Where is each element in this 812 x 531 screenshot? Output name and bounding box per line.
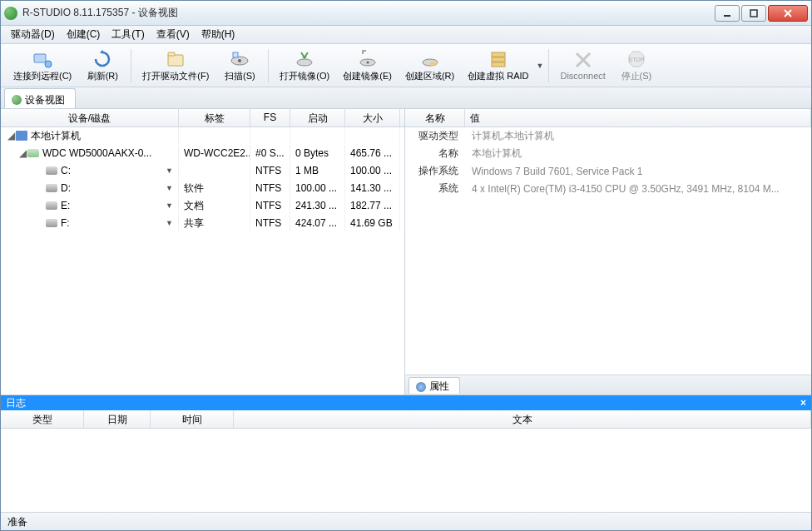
prop-row-system[interactable]: 系统 4 x Intel(R) Core(TM) i3-4150 CPU @ 3…: [405, 180, 811, 197]
svg-rect-7: [168, 52, 175, 56]
chevron-down-icon[interactable]: ▼: [166, 184, 173, 192]
header-log-date[interactable]: 日期: [84, 410, 151, 428]
create-region-button[interactable]: 创建区域(R): [399, 47, 460, 85]
minimize-button[interactable]: [715, 5, 740, 22]
scan-button[interactable]: 扫描(S): [216, 47, 263, 85]
header-fs[interactable]: FS: [250, 109, 290, 127]
header-label[interactable]: 标签: [179, 109, 250, 127]
svg-rect-17: [492, 62, 505, 67]
main-tab-strip: 设备视图: [1, 87, 811, 109]
header-log-text[interactable]: 文本: [234, 410, 811, 428]
header-prop-name[interactable]: 名称: [405, 109, 465, 127]
properties-header: 名称 值: [405, 109, 811, 127]
tree-row-computer[interactable]: ◢本地计算机: [1, 127, 404, 145]
collapse-icon[interactable]: ◢: [17, 147, 27, 159]
svg-point-5: [45, 61, 52, 67]
menubar: 驱动器(D) 创建(C) 工具(T) 查看(V) 帮助(H): [1, 26, 811, 44]
header-device[interactable]: 设备/磁盘: [1, 109, 179, 127]
disconnect-button[interactable]: Disconnect: [554, 47, 611, 85]
menu-view[interactable]: 查看(V): [151, 26, 195, 43]
svg-rect-1: [750, 10, 757, 17]
chevron-down-icon[interactable]: ▼: [166, 166, 173, 175]
tab-properties[interactable]: 属性: [408, 377, 460, 394]
disconnect-icon: [573, 50, 593, 70]
log-panel: 日志 × 类型 日期 时间 文本: [1, 395, 811, 512]
chevron-down-icon[interactable]: ▼: [166, 219, 173, 227]
open-drive-files-button[interactable]: 打开驱动文件(F): [136, 47, 215, 85]
tree-row-e[interactable]: E:▼ 文档 NTFS 241.30 ... 182.77 ...: [1, 197, 404, 215]
properties-panel: 名称 值 驱动类型 计算机,本地计算机 名称 本地计算机 操作系统 Window…: [405, 109, 811, 395]
chevron-down-icon[interactable]: ▼: [166, 201, 173, 210]
log-titlebar: 日志 ×: [1, 395, 811, 410]
svg-text:STOP: STOP: [628, 57, 644, 62]
raid-dropdown-icon[interactable]: ▼: [537, 62, 544, 70]
computer-icon: [16, 131, 27, 141]
properties-body[interactable]: 驱动类型 计算机,本地计算机 名称 本地计算机 操作系统 Windows 7 B…: [405, 127, 811, 375]
log-close-icon[interactable]: ×: [800, 397, 806, 409]
close-button[interactable]: [768, 5, 808, 22]
header-start[interactable]: 启动: [290, 109, 345, 127]
header-prop-value[interactable]: 值: [465, 109, 811, 127]
tab-device-view[interactable]: 设备视图: [4, 88, 76, 108]
tree-row-f[interactable]: F:▼ 共享 NTFS 424.07 ... 41.69 GB: [1, 215, 404, 232]
svg-point-11: [297, 59, 312, 66]
open-image-button[interactable]: 打开镜像(O): [274, 47, 335, 85]
svg-rect-16: [492, 57, 505, 62]
header-log-time[interactable]: 时间: [151, 410, 234, 428]
raid-icon: [488, 49, 508, 69]
menu-create[interactable]: 创建(C): [62, 26, 106, 43]
volume-icon: [46, 184, 57, 192]
svg-point-9: [238, 59, 241, 62]
header-log-type[interactable]: 类型: [1, 410, 84, 428]
create-image-button[interactable]: 创建镜像(E): [337, 47, 398, 85]
connect-remote-button[interactable]: 连接到远程(C): [7, 47, 77, 85]
connect-icon: [32, 49, 52, 69]
main-area: 设备/磁盘 标签 FS 启动 大小 ◢本地计算机 ◢WDC WD5000AAKX…: [1, 109, 811, 512]
hdd-icon: [27, 149, 39, 157]
volume-icon: [46, 219, 57, 227]
toolbar: 连接到远程(C) 刷新(R) 打开驱动文件(F) 扫描(S) 打开镜像(O) 创…: [1, 44, 811, 87]
refresh-button[interactable]: 刷新(R): [79, 47, 126, 85]
app-icon: [4, 7, 17, 20]
log-header: 类型 日期 时间 文本: [1, 410, 811, 429]
stop-button[interactable]: STOP 停止(S): [613, 47, 660, 85]
statusbar: 准备: [1, 512, 811, 530]
log-title-text: 日志: [6, 396, 26, 410]
properties-tab-strip: 属性: [405, 375, 811, 395]
separator: [131, 49, 131, 82]
tree-row-c[interactable]: C:▼ NTFS 1 MB 100.00 ...: [1, 162, 404, 180]
top-panels: 设备/磁盘 标签 FS 启动 大小 ◢本地计算机 ◢WDC WD5000AAKX…: [1, 109, 811, 395]
prop-row-drive-type[interactable]: 驱动类型 计算机,本地计算机: [405, 127, 811, 145]
device-view-icon: [12, 95, 22, 105]
menu-help[interactable]: 帮助(H): [196, 26, 240, 43]
log-body[interactable]: [1, 429, 811, 512]
window-title: R-STUDIO 8.11.175357 - 设备视图: [22, 6, 713, 20]
prop-row-os[interactable]: 操作系统 Windows 7 Build 7601, Service Pack …: [405, 162, 811, 180]
tree-row-d[interactable]: D:▼ 软件 NTFS 100.00 ... 141.30 ...: [1, 180, 404, 197]
device-tree-body[interactable]: ◢本地计算机 ◢WDC WD5000AAKX-0... WD-WCC2E2...…: [1, 127, 404, 395]
status-text: 准备: [7, 516, 27, 528]
titlebar: R-STUDIO 8.11.175357 - 设备视图: [1, 1, 811, 26]
properties-icon: [416, 382, 426, 392]
volume-icon: [46, 166, 57, 175]
collapse-icon[interactable]: ◢: [6, 130, 16, 141]
svg-rect-15: [492, 52, 505, 57]
maximize-button[interactable]: [741, 5, 766, 22]
stop-icon: STOP: [626, 49, 646, 69]
prop-row-name[interactable]: 名称 本地计算机: [405, 145, 811, 162]
window-controls: [713, 5, 808, 22]
app-window: R-STUDIO 8.11.175357 - 设备视图 驱动器(D) 创建(C)…: [0, 0, 812, 531]
svg-rect-4: [34, 54, 46, 62]
volume-icon: [46, 201, 57, 210]
menu-drive[interactable]: 驱动器(D): [6, 26, 60, 43]
svg-rect-6: [168, 55, 183, 66]
menu-tools[interactable]: 工具(T): [106, 26, 149, 43]
svg-point-13: [366, 61, 369, 63]
tree-row-wdc[interactable]: ◢WDC WD5000AAKX-0... WD-WCC2E2... #0 S..…: [1, 145, 404, 162]
device-tree-panel: 设备/磁盘 标签 FS 启动 大小 ◢本地计算机 ◢WDC WD5000AAKX…: [1, 109, 405, 395]
scan-icon: [230, 49, 250, 69]
refresh-icon: [92, 49, 112, 69]
create-region-icon: [420, 49, 440, 69]
create-virtual-raid-button[interactable]: 创建虚拟 RAID: [462, 47, 534, 85]
header-size[interactable]: 大小: [345, 109, 400, 127]
